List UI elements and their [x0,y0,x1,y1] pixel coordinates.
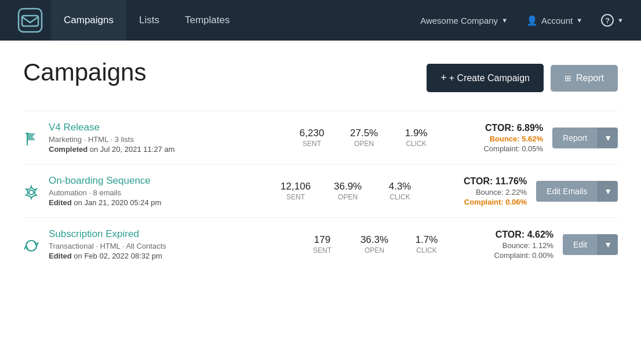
stat-click-v4: 1.9% Click [390,128,442,148]
click-label-v4: Click [406,140,426,148]
status-date-v4: on Jul 20, 2021 11:27 am [90,145,175,154]
company-dropdown[interactable]: Awesome Company ▼ [412,11,516,30]
campaign-list: V4 Release Marketing · HTML · 3 lists Co… [23,111,618,271]
help-icon: ? [601,14,614,27]
main-content: Campaigns + + Create Campaign ⊞ Report [0,41,641,364]
edit-action-subscription[interactable]: Edit [563,234,598,255]
campaign-name-subscription[interactable]: Subscription Expired [49,228,139,239]
ctor-onboarding: CTOR: 11.76% [426,176,527,187]
metrics-subscription: CTOR: 4.62% Bounce: 1.12% Complaint: 0.0… [453,230,563,260]
campaign-info-v4: V4 Release Marketing · HTML · 3 lists Co… [49,122,286,154]
create-campaign-button[interactable]: + + Create Campaign [427,64,544,92]
help-dropdown[interactable]: ? ▼ [593,9,632,31]
stat-sent-v4: 6,230 Sent [286,128,338,148]
stat-sent-onboarding: 12,106 Sent [269,181,322,201]
sent-value-subscription: 179 [314,234,330,246]
nav-templates[interactable]: Templates [172,0,242,41]
page-header: Campaigns + + Create Campaign ⊞ Report [23,59,618,92]
status-date-onboarding: on Jan 21, 2020 05:24 pm [74,198,161,207]
campaign-meta-subscription: Transactional · HTML · All Contacts [49,242,296,250]
campaign-name-v4[interactable]: V4 Release [49,122,100,133]
open-value-subscription: 36.3% [360,234,388,246]
complaint-onboarding: Complaint: 0.06% [426,198,527,206]
create-campaign-label: + Create Campaign [449,73,530,83]
table-row: On-boarding Sequence Automation · 8 emai… [23,164,618,217]
bounce-subscription: Bounce: 1.12% [453,241,553,250]
nav-lists[interactable]: Lists [126,0,172,41]
report-button[interactable]: ⊞ Report [551,65,618,92]
edit-caret-subscription[interactable]: ▼ [598,234,618,255]
header-actions: + + Create Campaign ⊞ Report [427,64,618,92]
click-label-onboarding: Click [389,193,410,201]
complaint-subscription: Complaint: 0.00% [453,251,553,260]
action-subscription: Edit ▼ [563,234,618,255]
stat-click-subscription: 1.7% Click [400,234,453,254]
table-row: V4 Release Marketing · HTML · 3 lists Co… [23,111,618,164]
grid-icon: ⊞ [564,74,571,83]
svg-point-3 [29,190,34,195]
nav-campaigns[interactable]: Campaigns [51,0,126,41]
ctor-subscription: CTOR: 4.62% [453,230,553,240]
company-label: Awesome Company [420,16,498,26]
ctor-v4: CTOR: 6.89% [442,123,543,133]
metrics-onboarding: CTOR: 11.76% Bounce: 2.22% Complaint: 0.… [426,176,536,206]
campaign-icon-refresh [23,235,49,254]
campaign-icon-flag [23,129,49,147]
campaign-info-onboarding: On-boarding Sequence Automation · 8 emai… [49,175,269,207]
company-caret-icon: ▼ [501,17,508,24]
stat-open-onboarding: 36.9% Open [322,181,374,201]
account-caret-icon: ▼ [576,17,582,24]
edit-emails-caret-onboarding[interactable]: ▼ [598,181,618,202]
account-dropdown[interactable]: 👤 Account ▼ [518,10,591,31]
open-label-subscription: Open [365,246,384,254]
svg-rect-1 [22,16,38,26]
status-label-v4: Completed [49,145,88,154]
open-label-onboarding: Open [338,193,358,201]
campaign-meta-onboarding: Automation · 8 emails [49,188,269,197]
stat-open-v4: 27.5% Open [338,128,390,148]
open-label-v4: Open [354,140,374,148]
status-date-subscription: on Feb 02, 2022 08:32 pm [74,252,162,260]
stat-sent-subscription: 179 Sent [296,234,348,254]
account-person-icon: 👤 [526,15,538,26]
sent-label-subscription: Sent [313,246,332,254]
campaign-status-onboarding: Edited on Jan 21, 2020 05:24 pm [49,198,269,207]
campaign-status-subscription: Edited on Feb 02, 2022 08:32 pm [49,252,296,260]
nav-right: Awesome Company ▼ 👤 Account ▼ ? ▼ [412,9,632,31]
report-label: Report [576,73,604,83]
navbar: Campaigns Lists Templates Awesome Compan… [0,0,641,41]
nav-links: Campaigns Lists Templates [51,0,412,41]
bounce-v4: Bounce: 5.62% [442,134,543,143]
page-title: Campaigns [23,59,146,86]
open-value-onboarding: 36.9% [334,181,362,192]
click-value-subscription: 1.7% [416,234,438,246]
status-label-subscription: Edited [49,252,72,260]
open-value-v4: 27.5% [350,128,378,139]
sent-label-onboarding: Sent [286,193,305,201]
campaign-info-subscription: Subscription Expired Transactional · HTM… [49,228,296,260]
complaint-v4: Complaint: 0.05% [442,144,543,153]
click-value-onboarding: 4.3% [389,181,411,192]
click-value-v4: 1.9% [405,128,428,139]
campaign-icon-gear [23,182,49,201]
bounce-onboarding: Bounce: 2.22% [426,188,527,196]
campaign-status-v4: Completed on Jul 20, 2021 11:27 am [49,145,286,154]
stat-click-onboarding: 4.3% Click [374,181,426,201]
help-caret-icon: ▼ [617,17,624,24]
edit-emails-action-onboarding[interactable]: Edit Emails [536,181,598,202]
account-label: Account [541,16,573,26]
action-v4: Report ▼ [552,128,618,148]
status-label-onboarding: Edited [49,198,72,207]
click-label-subscription: Click [416,246,436,254]
report-caret-v4[interactable]: ▼ [598,128,618,148]
sent-value-onboarding: 12,106 [281,181,311,192]
campaign-name-onboarding[interactable]: On-boarding Sequence [49,175,151,186]
report-action-v4[interactable]: Report [552,128,598,148]
sent-label-v4: Sent [303,140,321,148]
table-row: Subscription Expired Transactional · HTM… [23,217,618,271]
logo[interactable] [9,0,51,41]
campaign-meta-v4: Marketing · HTML · 3 lists [49,135,286,144]
stat-open-subscription: 36.3% Open [348,234,400,254]
sent-value-v4: 6,230 [300,128,325,139]
plus-icon: + [440,72,447,84]
